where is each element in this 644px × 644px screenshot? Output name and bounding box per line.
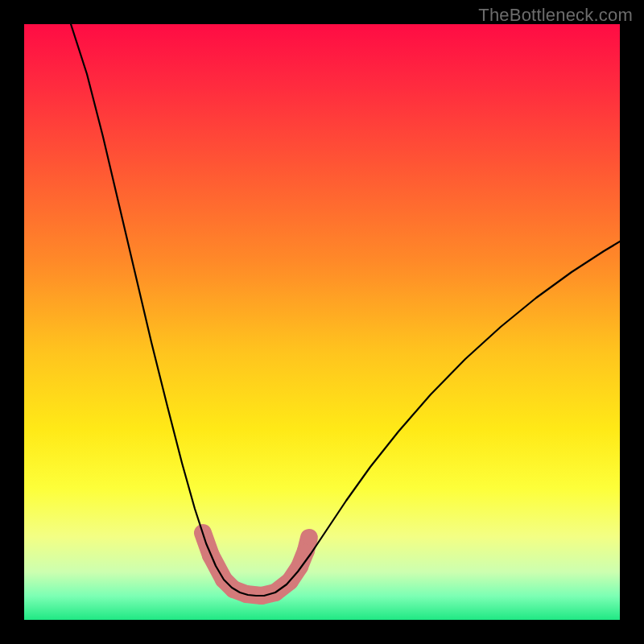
marker-dot	[299, 543, 313, 558]
watermark-text: TheBottleneck.com	[478, 5, 633, 26]
curve-group	[71, 24, 620, 596]
marker-group	[196, 526, 316, 603]
curve-left-branch	[71, 24, 264, 596]
plot-area	[24, 24, 620, 620]
curve-right-branch	[264, 242, 620, 596]
outer-frame: TheBottleneck.com	[0, 0, 644, 644]
marker-dot	[302, 530, 316, 545]
curve-layer	[24, 24, 620, 620]
